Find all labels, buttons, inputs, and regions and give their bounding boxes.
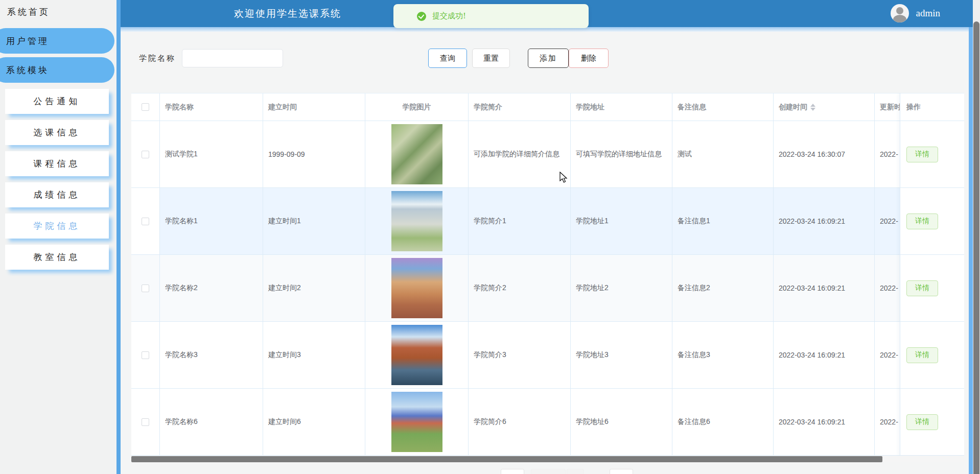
detail-button[interactable]: 详情 [906,414,938,430]
horizontal-scrollbar-track[interactable] [131,456,964,462]
sidebar-item-classroom-info[interactable]: 教室信息 [5,245,109,270]
toast-message: 提交成功! [432,11,466,21]
sidebar-item-course-selection[interactable]: 选课信息 [5,120,109,145]
cell-note: 备注信息6 [672,389,774,455]
cell-address: 学院地址1 [571,188,672,254]
detail-button[interactable]: 详情 [906,280,938,296]
cell-build-time: 1999-09-09 [263,121,365,187]
cell-name: 学院名称6 [160,389,263,455]
page-title: 欢迎使用学生选课系统 [234,7,341,20]
cell-note: 备注信息3 [672,322,774,388]
sidebar: 系统首页 用户管理 系统模块 公告通知 选课信息 课程信息 成绩信息 学院信息 … [0,0,116,474]
row-checkbox[interactable] [142,285,149,292]
table-row[interactable]: 学院名称1 建立时间1 学院简介1 学院地址1 备注信息1 2022-03-24… [131,188,964,255]
content-right-edge-strip [969,27,973,474]
select-all-checkbox[interactable] [142,103,149,111]
detail-button[interactable]: 详情 [906,147,938,162]
col-header-address: 学院地址 [571,93,672,121]
vertical-scrollbar-track[interactable] [973,0,980,474]
delete-button[interactable]: 删除 [569,49,609,68]
cell-build-time: 建立时间2 [263,255,365,321]
college-name-input[interactable] [182,49,283,67]
cell-note: 备注信息1 [672,188,774,254]
sidebar-item-course-info[interactable]: 课程信息 [5,151,109,176]
fixed-action-column: 操作 详情 详情 详情 详情 详情 [900,93,964,456]
sidebar-item-announcements[interactable]: 公告通知 [5,89,109,114]
horizontal-scrollbar-thumb[interactable] [131,456,882,462]
cell-name: 学院名称2 [160,255,263,321]
sidebar-divider [116,0,121,474]
cell-intro: 学院简介1 [469,188,571,254]
cell-address: 可填写学院的详细地址信息 [571,121,672,187]
cell-name: 测试学院1 [160,121,263,187]
user-avatar-icon[interactable] [891,4,909,22]
table-row[interactable]: 学院名称3 建立时间3 学院简介3 学院地址3 备注信息3 2022-03-24… [131,322,964,389]
cell-build-time: 建立时间6 [263,389,365,455]
cell-note: 备注信息2 [672,255,774,321]
caret-up-down-icon[interactable] [810,104,815,111]
college-image [391,258,442,318]
cell-address: 学院地址2 [571,255,672,321]
cell-note: 测试 [672,121,774,187]
cell-address: 学院地址6 [571,389,672,455]
col-header-build-time: 建立时间 [263,93,365,121]
search-toolbar: 学院名称 查询 重置 添加 删除 [139,49,283,68]
query-button[interactable]: 查询 [428,49,467,68]
college-image [391,191,442,251]
table-row[interactable]: 学院名称6 建立时间6 学院简介6 学院地址6 备注信息6 2022-03-24… [131,389,964,456]
row-checkbox[interactable] [142,418,149,426]
pagination-pages[interactable] [531,469,566,474]
row-checkbox[interactable] [142,351,149,359]
row-checkbox[interactable] [142,151,149,158]
cell-created: 2022-03-24 16:30:07 [774,121,875,187]
pagination-page-button[interactable] [567,469,584,474]
cell-created: 2022-03-24 16:09:21 [774,255,875,321]
table-row[interactable]: 测试学院1 1999-09-09 可添加学院的详细简介信息 可填写学院的详细地址… [131,121,964,188]
sidebar-item-home[interactable]: 系统首页 [7,6,50,18]
detail-button[interactable]: 详情 [906,347,938,363]
cell-address: 学院地址3 [571,322,672,388]
cell-created: 2022-03-24 16:09:21 [774,389,875,455]
cell-intro: 学院简介6 [469,389,571,455]
college-image [391,392,442,452]
col-header-intro: 学院简介 [469,93,571,121]
cell-name: 学院名称1 [160,188,263,254]
cell-name: 学院名称3 [160,322,263,388]
username[interactable]: admin [916,8,941,19]
search-label: 学院名称 [139,54,176,63]
college-table: 学院名称 建立时间 学院图片 学院简介 学院地址 备注信息 创建时间 更新时 测… [131,93,964,456]
sidebar-item-college-info[interactable]: 学院信息 [5,214,109,239]
table-row[interactable]: 学院名称2 建立时间2 学院简介2 学院地址2 备注信息2 2022-03-24… [131,255,964,322]
col-header-action: 操作 [900,93,964,121]
cell-build-time: 建立时间1 [263,188,365,254]
vertical-scrollbar-thumb[interactable] [973,21,979,474]
user-menu[interactable]: admin [891,4,941,22]
sidebar-item-grades[interactable]: 成绩信息 [5,182,109,207]
col-header-created: 创建时间 [774,93,875,121]
cell-intro: 学院简介2 [469,255,571,321]
pagination-prev-button[interactable] [501,469,524,474]
pagination-next-button[interactable] [610,469,633,474]
reset-button[interactable]: 重置 [472,49,510,68]
cell-created: 2022-03-24 16:09:21 [774,188,875,254]
cell-created: 2022-03-24 16:09:21 [774,322,875,388]
cell-build-time: 建立时间3 [263,322,365,388]
college-image [391,325,442,385]
cell-intro: 学院简介3 [469,322,571,388]
success-toast: 提交成功! [393,4,589,28]
col-header-name: 学院名称 [160,93,263,121]
pagination-bar [121,469,969,474]
cell-intro: 可添加学院的详细简介信息 [469,121,571,187]
col-header-image: 学院图片 [365,93,469,121]
sidebar-group-user-management[interactable]: 用户管理 [0,28,114,54]
col-header-note: 备注信息 [672,93,774,121]
sidebar-group-system-module[interactable]: 系统模块 [0,57,114,83]
detail-button[interactable]: 详情 [906,214,938,229]
main-content: 学院名称 查询 重置 添加 删除 学院名称 建立时间 学院图片 学院简介 学院地… [121,32,969,474]
check-circle-icon [417,12,426,21]
add-button[interactable]: 添加 [528,49,569,68]
row-checkbox[interactable] [142,218,149,225]
college-image [391,124,442,184]
table-header-row: 学院名称 建立时间 学院图片 学院简介 学院地址 备注信息 创建时间 更新时 [131,93,964,121]
